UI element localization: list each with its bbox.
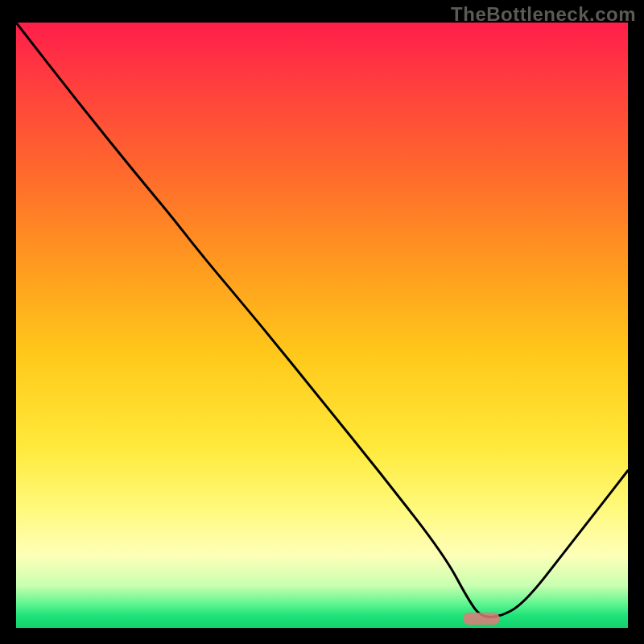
bottleneck-curve — [16, 23, 628, 628]
plot-area — [16, 23, 628, 628]
chart-frame: TheBottleneck.com — [0, 0, 644, 644]
optimal-marker — [463, 613, 500, 625]
watermark-text: TheBottleneck.com — [451, 3, 636, 26]
